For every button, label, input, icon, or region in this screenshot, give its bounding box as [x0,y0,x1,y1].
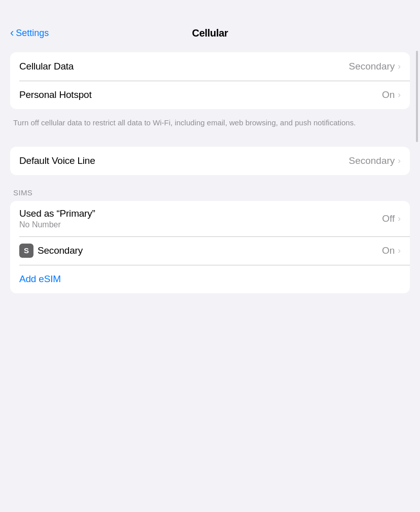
cellular-data-group: Cellular Data Secondary › Personal Hotsp… [10,52,410,109]
personal-hotspot-label: Personal Hotspot [19,89,92,100]
cellular-data-chevron-icon: › [398,61,401,72]
sims-section-label: SIMs [10,185,410,201]
primary-sim-row[interactable]: Used as “Primary” No Number Off › [10,201,410,236]
secondary-sim-chevron-icon: › [398,246,401,256]
primary-sim-value: Off [382,213,395,224]
cellular-data-value: Secondary [348,61,395,72]
sims-group: Used as “Primary” No Number Off › S Seco… [10,201,410,293]
secondary-sim-icon: S [19,244,33,258]
primary-sim-chevron-icon: › [398,214,401,224]
add-esim-row[interactable]: Add eSIM [10,265,410,293]
scrollbar [416,51,418,142]
default-voice-line-row[interactable]: Default Voice Line Secondary › [10,147,410,175]
default-voice-line-left: Default Voice Line [19,155,95,166]
secondary-sim-right: On › [382,245,401,256]
back-chevron-icon: ‹ [10,27,14,39]
back-button[interactable]: ‹ Settings [10,28,49,39]
cellular-data-right: Secondary › [348,61,401,72]
header: ‹ Settings Cellular [0,0,420,48]
personal-hotspot-chevron-icon: › [398,90,401,100]
cellular-data-row[interactable]: Cellular Data Secondary › [10,52,410,81]
secondary-sim-value: On [382,245,395,256]
voice-line-group: Default Voice Line Secondary › [10,147,410,175]
default-voice-line-right: Secondary › [348,155,401,166]
default-voice-line-chevron-icon: › [398,156,401,166]
personal-hotspot-row[interactable]: Personal Hotspot On › [10,81,410,109]
primary-sim-right: Off › [382,213,401,224]
cellular-data-left: Cellular Data [19,61,74,72]
back-label: Settings [16,28,49,39]
personal-hotspot-left: Personal Hotspot [19,89,92,100]
page-title: Cellular [192,27,228,39]
primary-sim-sublabel: No Number [19,220,95,229]
add-esim-left: Add eSIM [19,274,61,285]
add-esim-label: Add eSIM [19,274,61,285]
content: Cellular Data Secondary › Personal Hotsp… [0,48,420,313]
personal-hotspot-right: On › [382,89,401,100]
cellular-data-label: Cellular Data [19,61,74,72]
default-voice-line-label: Default Voice Line [19,155,95,166]
secondary-sim-row[interactable]: S Secondary On › [10,236,410,265]
secondary-sim-icon-letter: S [24,246,29,255]
personal-hotspot-value: On [382,89,395,100]
primary-sim-left: Used as “Primary” No Number [19,208,95,229]
secondary-sim-left: S Secondary [19,244,83,258]
default-voice-line-value: Secondary [348,155,395,166]
primary-sim-label: Used as “Primary” [19,208,95,219]
secondary-sim-label: Secondary [38,245,83,256]
cellular-data-footer: Turn off cellular data to restrict all d… [10,113,410,136]
